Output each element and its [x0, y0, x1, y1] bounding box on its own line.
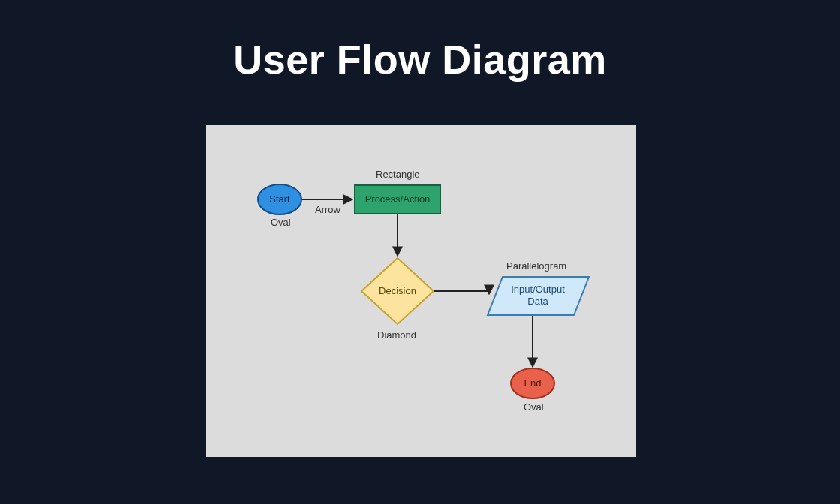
flow-svg: Start Process/Action Decision Input/Outp… — [206, 125, 636, 457]
caption-arrow: Arrow — [315, 204, 340, 215]
node-end-label: End — [524, 377, 541, 388]
caption-io: Parallelogram — [506, 260, 566, 272]
caption-process: Rectangle — [376, 169, 420, 180]
caption-decision: Diamond — [377, 329, 416, 340]
edge-decision-io — [434, 291, 489, 294]
caption-start: Oval — [271, 217, 291, 228]
node-io-label-line2: Data — [527, 296, 548, 307]
diagram-canvas: Start Process/Action Decision Input/Outp… — [206, 125, 636, 457]
node-process-label: Process/Action — [365, 194, 430, 205]
node-start-label: Start — [269, 194, 290, 205]
page-title: User Flow Diagram — [0, 0, 840, 82]
caption-end: Oval — [524, 401, 544, 412]
node-decision-label: Decision — [379, 285, 416, 296]
node-io-label-line1: Input/Output — [511, 284, 565, 295]
